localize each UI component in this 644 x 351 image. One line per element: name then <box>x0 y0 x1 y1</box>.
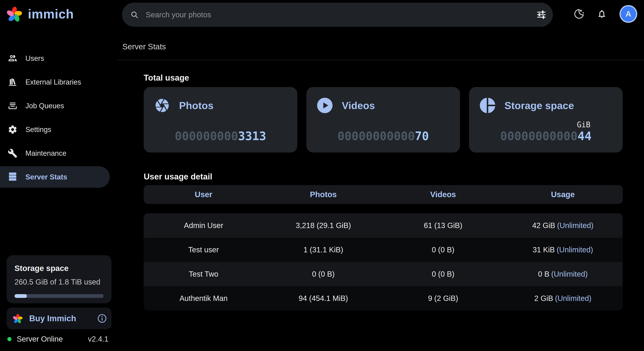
videos-count-value: 70 <box>415 129 429 143</box>
storage-count: GiB 0000000000044 <box>469 120 623 142</box>
storage-stat-card: Storage space GiB 0000000000044 <box>469 87 623 152</box>
videos-count-padding: 00000000000 <box>338 129 415 143</box>
header-divider <box>117 60 644 60</box>
play-circle-icon <box>317 98 333 113</box>
column-photos: Photos <box>264 190 383 199</box>
quota-badge: (Unlimited) <box>557 246 593 254</box>
sidebar-label-server-stats: Server Stats <box>26 173 67 181</box>
user-usage-section: User usage detail User Photos Videos Usa… <box>144 172 623 310</box>
search-input[interactable]: Search your photos <box>146 10 536 19</box>
notifications-button[interactable] <box>597 9 607 19</box>
table-row: Test Two 0 (0 B) 0 (0 B) 0 B(Unlimited) <box>144 262 623 286</box>
table-row: Admin User 3,218 (29.1 GiB) 61 (13 GiB) … <box>144 213 623 238</box>
photos-count-padding: 000000000 <box>175 129 238 143</box>
search-icon <box>130 10 138 19</box>
bookshelf-icon <box>8 77 18 87</box>
server-stats-icon <box>8 172 18 182</box>
storage-panel-title: Storage space <box>14 264 104 273</box>
cell-usage: 0 B(Unlimited) <box>503 270 623 278</box>
cell-photos: 3,218 (29.1 GiB) <box>264 221 383 230</box>
sidebar-item-maintenance[interactable]: Maintenance <box>0 142 110 164</box>
total-usage-cards: Photos 0000000003313 Videos 00 <box>144 87 623 152</box>
info-icon[interactable] <box>97 314 107 323</box>
buy-immich-button[interactable]: Buy Immich <box>6 308 112 329</box>
immich-flower-icon <box>6 5 23 23</box>
avatar-letter: A <box>626 10 631 18</box>
sidebar-item-server-stats[interactable]: Server Stats <box>0 166 110 188</box>
cell-videos: 61 (13 GiB) <box>383 221 503 230</box>
quota-badge: (Unlimited) <box>551 270 588 278</box>
table-row: Test user 1 (31.1 KiB) 0 (0 B) 31 KiB(Un… <box>144 238 623 262</box>
storage-space-panel: Storage space 260.5 GiB of 1.8 TiB used <box>6 255 112 303</box>
storage-unit: GiB <box>577 120 590 129</box>
sidebar-item-job-queues[interactable]: Job Queues <box>0 95 110 116</box>
top-bar: immich Search your photos <box>0 0 644 30</box>
bell-icon <box>597 9 607 19</box>
immich-flower-icon-small <box>12 313 23 324</box>
server-version: v2.4.1 <box>88 335 108 343</box>
cell-user: Test user <box>144 246 264 254</box>
cell-videos: 0 (0 B) <box>383 270 503 278</box>
account-avatar[interactable]: A <box>621 6 636 22</box>
user-usage-table-header: User Photos Videos Usage <box>144 185 623 204</box>
aperture-icon <box>154 98 170 113</box>
cell-usage: 31 KiB(Unlimited) <box>503 246 623 254</box>
cell-user: Admin User <box>144 221 264 230</box>
videos-card-label: Videos <box>342 100 375 111</box>
page-title: Server Stats <box>122 42 166 51</box>
cell-videos: 9 (2 GiB) <box>383 294 503 302</box>
sidebar-item-external-libraries[interactable]: External Libraries <box>0 71 110 93</box>
photos-card-label: Photos <box>179 100 214 111</box>
cell-photos: 94 (454.1 MiB) <box>264 294 383 302</box>
cell-usage: 2 GiB(Unlimited) <box>503 294 623 302</box>
cell-user: Test Two <box>144 270 264 278</box>
sidebar-label-maintenance: Maintenance <box>26 149 66 158</box>
online-status-dot <box>7 337 12 341</box>
dark-mode-toggle[interactable] <box>574 9 584 19</box>
sidebar-label-users: Users <box>26 54 44 62</box>
videos-stat-card: Videos 0000000000070 <box>306 87 460 152</box>
search-filter-icon[interactable] <box>536 10 546 20</box>
server-status-label: Server Online <box>17 335 63 343</box>
photos-count-value: 3313 <box>238 129 266 143</box>
moon-stars-icon <box>574 9 584 19</box>
cell-usage: 42 GiB(Unlimited) <box>503 221 623 230</box>
column-videos: Videos <box>383 190 503 199</box>
cell-videos: 0 (0 B) <box>383 246 503 254</box>
server-status-row: Server Online v2.4.1 <box>6 335 112 343</box>
quota-badge: (Unlimited) <box>555 294 591 302</box>
pie-chart-icon <box>480 98 496 113</box>
table-row: Authentik Man 94 (454.1 MiB) 9 (2 GiB) 2… <box>144 286 623 310</box>
total-usage-heading: Total usage <box>144 73 623 82</box>
storage-usage-text: 260.5 GiB of 1.8 TiB used <box>14 278 104 286</box>
immich-logo[interactable]: immich <box>6 5 74 23</box>
sidebar-label-job-queues: Job Queues <box>26 102 64 110</box>
photos-stat-card: Photos 0000000003313 <box>144 87 297 152</box>
column-usage: Usage <box>503 190 623 199</box>
sidebar-label-external-libraries: External Libraries <box>26 78 81 86</box>
admin-sidebar: Users External Libraries Job Queues Sett… <box>0 48 110 188</box>
sidebar-item-users[interactable]: Users <box>0 48 110 69</box>
storage-progress-bar <box>14 294 104 298</box>
user-usage-heading: User usage detail <box>144 172 623 181</box>
cell-photos: 0 (0 B) <box>264 270 383 278</box>
job-queues-icon <box>8 101 18 111</box>
user-usage-table-body: Admin User 3,218 (29.1 GiB) 61 (13 GiB) … <box>144 213 623 310</box>
buy-immich-label: Buy Immich <box>29 314 76 323</box>
cell-user: Authentik Man <box>144 294 264 302</box>
users-icon <box>8 54 18 63</box>
storage-count-value: 44 <box>578 129 592 143</box>
gear-icon <box>8 125 18 134</box>
logo-text: immich <box>28 6 74 21</box>
storage-card-label: Storage space <box>504 100 574 111</box>
sidebar-item-settings[interactable]: Settings <box>0 119 110 140</box>
videos-count: 0000000000070 <box>306 129 460 142</box>
sidebar-label-settings: Settings <box>26 126 51 134</box>
cell-photos: 1 (31.1 KiB) <box>264 246 383 254</box>
total-usage-section: Total usage Photos 0000000003313 <box>144 73 623 152</box>
search-bar[interactable]: Search your photos <box>122 3 553 27</box>
quota-badge: (Unlimited) <box>557 221 593 230</box>
wrench-icon <box>8 148 18 158</box>
storage-count-padding: 00000000000 <box>500 129 578 143</box>
column-user: User <box>144 190 264 199</box>
